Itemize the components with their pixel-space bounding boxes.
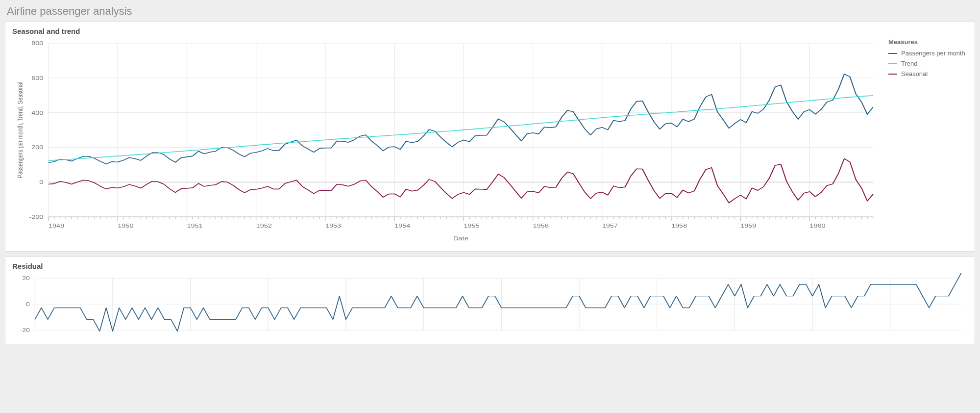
svg-text:1951: 1951 (187, 223, 202, 229)
chart2-plot[interactable]: -20020 (12, 273, 968, 337)
legend-swatch (888, 63, 897, 64)
svg-text:1953: 1953 (325, 223, 341, 229)
svg-text:0: 0 (26, 301, 30, 307)
svg-text:1954: 1954 (394, 223, 410, 229)
page-title: Airline passenger analysis (0, 0, 980, 22)
svg-text:600: 600 (31, 75, 43, 81)
legend-item[interactable]: Trend (888, 60, 968, 67)
panel-seasonal-trend: Seasonal and trend -20002004006008001949… (5, 22, 975, 252)
svg-text:-20: -20 (20, 327, 30, 333)
series-line (49, 96, 873, 160)
svg-text:-200: -200 (29, 214, 43, 220)
legend-swatch (888, 74, 897, 75)
chart2-title: Residual (12, 262, 968, 270)
svg-text:20: 20 (22, 275, 30, 281)
svg-text:1958: 1958 (671, 223, 687, 229)
svg-text:200: 200 (31, 144, 43, 151)
svg-text:1959: 1959 (740, 223, 756, 229)
series-line (49, 158, 873, 203)
chart1-plot[interactable]: -200020040060080019491950195119521953195… (12, 38, 880, 244)
svg-text:1952: 1952 (256, 223, 272, 229)
series-line (49, 74, 873, 164)
svg-text:1955: 1955 (464, 223, 479, 229)
svg-text:1950: 1950 (118, 223, 133, 229)
legend-item[interactable]: Seasonal (888, 70, 968, 77)
svg-text:0: 0 (39, 179, 43, 185)
svg-text:1960: 1960 (809, 223, 825, 229)
legend-label: Passengers per month (901, 50, 965, 57)
chart1-title: Seasonal and trend (12, 27, 968, 35)
legend-label: Seasonal (901, 70, 928, 77)
svg-text:400: 400 (31, 109, 43, 116)
svg-text:1957: 1957 (602, 223, 618, 229)
legend-label: Trend (901, 60, 917, 67)
svg-text:Passengers per month, Trend, S: Passengers per month, Trend, Seasonal (16, 82, 24, 179)
svg-text:1956: 1956 (533, 223, 548, 229)
panel-residual: Residual -20020 (5, 257, 975, 344)
legend-item[interactable]: Passengers per month (888, 50, 968, 57)
legend-swatch (888, 53, 897, 54)
chart1-legend: Measures Passengers per monthTrendSeason… (880, 38, 968, 246)
svg-text:1949: 1949 (49, 223, 64, 229)
legend-title: Measures (888, 38, 968, 46)
series-line (35, 273, 961, 331)
svg-text:Date: Date (453, 235, 468, 242)
svg-text:800: 800 (31, 40, 43, 47)
